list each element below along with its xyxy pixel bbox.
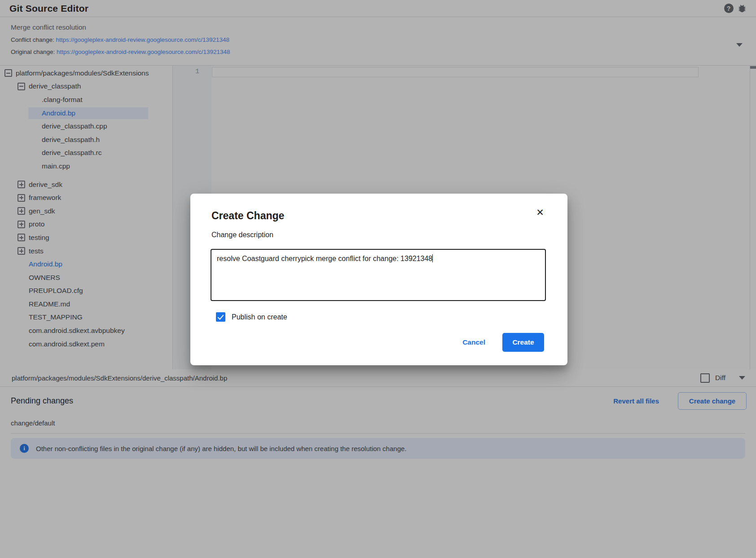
cancel-button[interactable]: Cancel [456,335,492,350]
change-description-label: Change description [211,231,273,239]
publish-on-create-checkbox[interactable] [216,312,225,322]
dialog-actions: Cancel Create [456,333,544,352]
create-change-dialog: Create Change ✕ Change description resol… [190,194,567,365]
change-description-input[interactable]: resolve Coastguard cherrypick merge conf… [211,249,546,301]
publish-on-create-row: Publish on create [216,312,287,322]
close-icon: ✕ [536,207,544,218]
dialog-title: Create Change [211,210,284,222]
publish-on-create-label: Publish on create [232,313,287,321]
text-cursor [432,254,433,262]
create-button[interactable]: Create [502,333,544,352]
change-description-value: resolve Coastguard cherrypick merge conf… [217,255,432,262]
close-dialog-button[interactable]: ✕ [533,205,547,220]
